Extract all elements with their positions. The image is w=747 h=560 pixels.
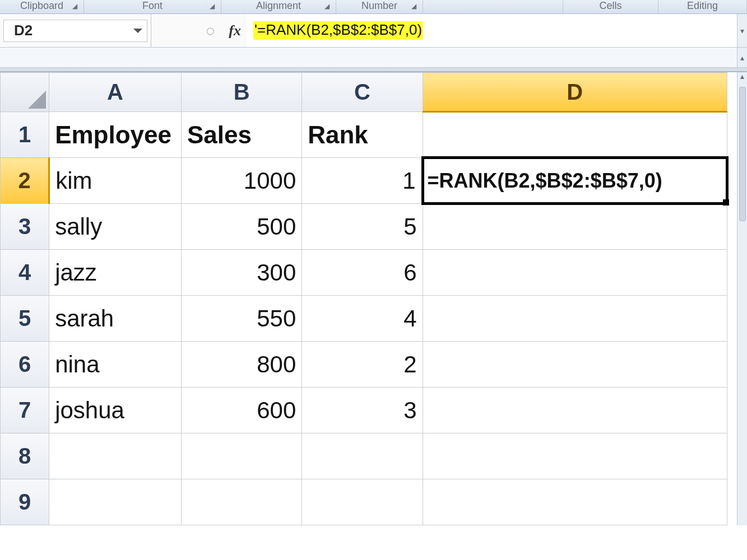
ribbon-group-label: Editing <box>687 0 718 12</box>
ribbon-group-label: Clipboard <box>20 0 63 12</box>
cell-b9[interactable] <box>181 479 301 525</box>
cell-b8[interactable] <box>181 433 301 479</box>
col-header-d[interactable]: D <box>423 73 727 112</box>
cell-b6[interactable]: 800 <box>181 342 301 388</box>
row-3: 3 sally 500 5 <box>1 204 727 250</box>
row-header-3[interactable]: 3 <box>1 204 49 250</box>
cell-a3[interactable]: sally <box>49 204 182 250</box>
cell-c6[interactable]: 2 <box>302 342 423 388</box>
dialog-launcher-icon[interactable]: ◢ <box>210 2 217 10</box>
column-header-row: A B C D <box>1 73 727 112</box>
cell-a2[interactable]: kim <box>49 158 182 204</box>
cell-d9[interactable] <box>423 479 727 525</box>
dialog-launcher-icon[interactable]: ◢ <box>72 2 80 10</box>
col-header-a[interactable]: A <box>49 73 182 112</box>
ribbon-group-label: Cells <box>599 0 621 12</box>
row-9: 9 <box>1 479 727 525</box>
formula-bar-row: D2 ○ fx '=RANK(B2,$B$2:$B$7,0) ▾ <box>0 14 747 48</box>
name-box[interactable]: D2 <box>3 20 147 42</box>
dialog-launcher-icon[interactable]: ◢ <box>324 2 332 10</box>
cell-c7[interactable]: 3 <box>302 388 423 433</box>
fx-icon[interactable]: fx <box>229 22 241 39</box>
cell-c4[interactable]: 6 <box>302 250 423 296</box>
cancel-icon[interactable]: ○ <box>205 21 215 40</box>
cell-a1[interactable]: Employee <box>49 112 182 158</box>
ribbon-group-clipboard[interactable]: Clipboard◢ <box>0 0 84 13</box>
ribbon-group-styles[interactable] <box>423 0 563 13</box>
cell-c8[interactable] <box>302 433 423 479</box>
formula-bar[interactable]: '=RANK(B2,$B$2:$B$7,0) <box>247 14 737 47</box>
cell-c1[interactable]: Rank <box>302 112 423 158</box>
row-header-6[interactable]: 6 <box>1 342 49 388</box>
cell-d2-value: =RANK(B2,$B$2:$B$7,0) <box>428 169 662 192</box>
cell-a5[interactable]: sarah <box>49 296 182 342</box>
cell-b3[interactable]: 500 <box>181 204 301 250</box>
cell-b4[interactable]: 300 <box>181 250 301 296</box>
select-all-icon <box>28 91 46 109</box>
cell-c9[interactable] <box>302 479 423 525</box>
formula-bar-collapse-icon[interactable]: ▴ <box>737 48 747 67</box>
ribbon-group-label: Alignment <box>256 0 301 12</box>
chevron-down-icon[interactable] <box>133 29 142 33</box>
ribbon-group-alignment[interactable]: Alignment◢ <box>221 0 336 13</box>
row-5: 5 sarah 550 4 <box>1 296 727 342</box>
row-7: 7 joshua 600 3 <box>1 388 727 433</box>
ribbon-group-label: Number <box>361 0 397 12</box>
row-header-7[interactable]: 7 <box>1 388 49 433</box>
row-6: 6 nina 800 2 <box>1 342 727 388</box>
cell-c3[interactable]: 5 <box>302 204 423 250</box>
row-header-1[interactable]: 1 <box>1 112 49 158</box>
fill-handle[interactable] <box>723 199 729 206</box>
cell-a9[interactable] <box>49 479 182 525</box>
cell-b7[interactable]: 600 <box>181 388 301 433</box>
row-8: 8 <box>1 433 727 479</box>
cell-d6[interactable] <box>423 342 727 388</box>
name-box-wrap: D2 <box>0 14 151 47</box>
row-1: 1 Employee Sales Rank <box>1 112 727 158</box>
col-header-b[interactable]: B <box>181 73 301 112</box>
cell-c2[interactable]: 1 <box>302 158 423 204</box>
row-header-2[interactable]: 2 <box>1 158 49 204</box>
row-header-5[interactable]: 5 <box>1 296 49 342</box>
cell-b2[interactable]: 1000 <box>181 158 301 204</box>
cell-d2-active[interactable]: =RANK(B2,$B$2:$B$7,0) <box>423 158 727 204</box>
row-4: 4 jazz 300 6 <box>1 250 727 296</box>
grid-wrap: A B C D 1 Employee Sales Rank 2 kim 1000… <box>0 72 747 525</box>
formula-bar-expand[interactable]: ▾ <box>737 14 747 47</box>
col-header-c[interactable]: C <box>302 73 423 112</box>
row-header-4[interactable]: 4 <box>1 250 49 296</box>
cell-a8[interactable] <box>49 433 182 479</box>
formula-bar-text: '=RANK(B2,$B$2:$B$7,0) <box>253 21 423 40</box>
ribbon-group-font[interactable]: Font◢ <box>84 0 221 13</box>
row-header-9[interactable]: 9 <box>1 479 49 525</box>
name-box-value: D2 <box>14 22 33 39</box>
formula-bar-spacer: ▴ <box>0 48 747 68</box>
dialog-launcher-icon[interactable]: ◢ <box>411 2 419 10</box>
vertical-scrollbar[interactable]: ▲ <box>737 72 747 525</box>
cell-a7[interactable]: joshua <box>49 388 182 433</box>
cell-d7[interactable] <box>423 388 727 433</box>
cell-d4[interactable] <box>423 250 727 296</box>
row-header-8[interactable]: 8 <box>1 433 49 479</box>
scroll-up-icon[interactable]: ▲ <box>737 72 747 81</box>
ribbon-group-label: Font <box>142 0 163 12</box>
cell-c5[interactable]: 4 <box>302 296 423 342</box>
ribbon-group-editing[interactable]: Editing <box>658 0 747 13</box>
ribbon-group-labels: Clipboard◢ Font◢ Alignment◢ Number◢ Cell… <box>0 0 747 14</box>
divider <box>0 68 747 72</box>
cell-d5[interactable] <box>423 296 727 342</box>
row-2: 2 kim 1000 1 =RANK(B2,$B$2:$B$7,0) <box>1 158 727 204</box>
ribbon-group-number[interactable]: Number◢ <box>336 0 423 13</box>
formula-bar-buttons: ○ fx <box>151 14 247 47</box>
select-all-corner[interactable] <box>1 73 49 112</box>
cell-b5[interactable]: 550 <box>181 296 301 342</box>
cell-d8[interactable] <box>423 433 727 479</box>
cell-d1[interactable] <box>423 112 727 158</box>
cell-d3[interactable] <box>423 204 727 250</box>
cell-a6[interactable]: nina <box>49 342 182 388</box>
scroll-thumb[interactable] <box>739 87 746 221</box>
spreadsheet-grid[interactable]: A B C D 1 Employee Sales Rank 2 kim 1000… <box>0 72 729 525</box>
cell-a4[interactable]: jazz <box>49 250 182 296</box>
ribbon-group-cells[interactable]: Cells <box>563 0 658 13</box>
cell-b1[interactable]: Sales <box>181 112 301 158</box>
